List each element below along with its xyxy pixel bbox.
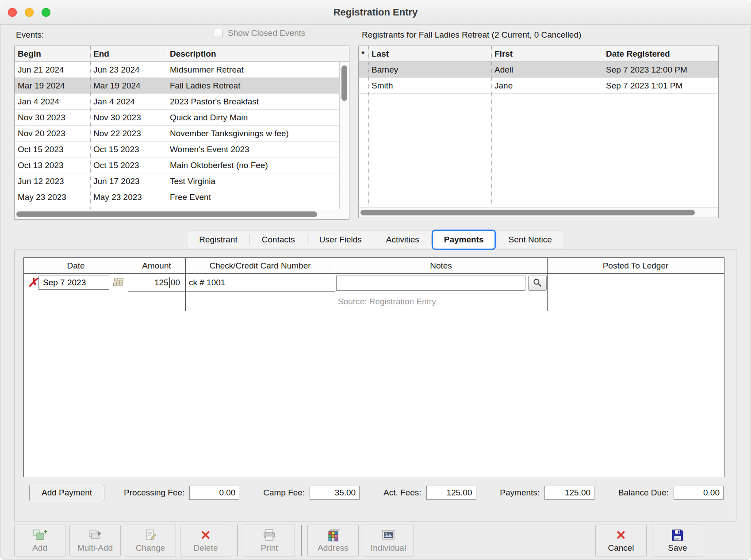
date-picker-icon[interactable] [112,277,125,290]
payments-column-header: Date [24,258,128,273]
minimize-window-button[interactable] [25,8,34,17]
text-cursor [169,277,170,288]
multi-add-icon [87,528,103,542]
event-row[interactable]: Mar 19 2024Mar 19 2024Fall Ladies Retrea… [15,78,339,94]
multi-add-button[interactable]: Multi-Add [69,525,121,556]
registrant-date-cell: Sep 7 2023 1:01 PM [603,78,718,93]
show-closed-events-label: Show Closed Events [228,28,305,38]
toolbar-button-label: Multi-Add [77,543,113,553]
tab-registrant[interactable]: Registrant [187,230,249,249]
payment-check-number[interactable]: ck # 1001 [189,276,225,290]
event-end-cell: Jun 17 2023 [90,173,167,189]
tab-payments[interactable]: Payments [432,230,496,250]
detail-tabs: RegistrantContactsUser FieldsActivitiesP… [187,230,564,249]
print-button[interactable]: Print [244,525,295,556]
events-horizontal-scrollbar[interactable] [15,209,349,219]
events-vertical-scrollbar[interactable] [339,62,349,209]
payments-column-header: Notes [335,258,547,273]
cancel-button[interactable]: ✕Cancel [595,525,647,556]
save-icon [671,528,685,542]
tab-sent-notice[interactable]: Sent Notice [497,230,564,249]
event-begin-cell: Oct 15 2023 [15,142,90,157]
event-description-cell: Free Event [167,189,339,205]
show-closed-events-checkbox[interactable] [214,29,223,38]
notes-search-button[interactable] [528,276,547,291]
events-column-header: End [90,46,167,61]
registration-entry-window: Registration Entry Events: Show Closed E… [0,0,751,560]
column-separator [128,258,128,311]
payment-notes-input[interactable] [336,276,525,291]
scrollbar-thumb[interactable] [341,65,347,101]
event-description-cell: Women's Event 2023 [167,142,339,157]
payment-date-input[interactable] [38,276,109,290]
toolbar-button-label: Save [668,543,687,553]
registrant-flag-cell [359,62,368,77]
event-end-cell: Oct 15 2023 [90,142,167,157]
tab-contacts[interactable]: Contacts [250,230,307,249]
payment-amount[interactable]: 125.00 [129,276,183,290]
registrant-first-cell: Adell [491,62,603,77]
summary-value: 125.00 [426,486,476,500]
events-table: BeginEndDescription Jun 21 2024Jun 23 20… [14,46,349,220]
add-button[interactable]: Add [14,525,65,556]
event-end-cell: Jun 23 2024 [90,62,167,77]
registrants-column-header: First [491,46,603,61]
event-row[interactable]: Jun 21 2024Jun 23 2024Midsummer Retreat [15,62,339,78]
magnifier-icon [533,278,542,289]
event-begin-cell: Jun 21 2024 [15,62,90,77]
summary-label: Balance Due: [618,488,669,498]
summary-value: 125.00 [544,486,594,500]
registrants-column-header: Last [368,46,491,61]
tab-activities[interactable]: Activities [374,230,431,249]
registrant-row[interactable]: SmithJaneSep 7 2023 1:01 PM [359,78,718,94]
event-row[interactable]: Oct 15 2023Oct 15 2023Women's Event 2023 [15,142,339,157]
titlebar: Registration Entry [0,0,751,25]
change-button[interactable]: Change [125,525,176,556]
tab-user-fields[interactable]: User Fields [307,230,374,249]
payment-source-label: Source: Registration Entry [338,295,436,308]
event-row[interactable]: Nov 20 2023Nov 22 2023November Tanksgivn… [15,126,339,142]
event-end-cell: May 23 2023 [90,189,167,205]
delete-button[interactable]: ✕Delete [180,525,231,556]
event-row[interactable]: May 23 2023May 23 2023Free Event [15,189,339,205]
address-icon [326,528,341,542]
column-separator [547,258,548,311]
event-row[interactable]: Jan 4 2024Jan 4 20242023 Pastor's Breakf… [15,94,339,110]
summary-item: Balance Due:0.00 [618,486,724,500]
event-row[interactable]: Oct 13 2023Oct 15 2023Main Oktoberfest (… [15,157,339,173]
address-button[interactable]: Address [307,525,359,556]
individual-button[interactable]: Individual [363,525,414,556]
delete-icon: ✕ [200,528,211,542]
registrants-table: *LastFirstDate Registered BarneyAdellSep… [358,46,719,218]
summary-label: Camp Fee: [263,488,305,498]
summary-label: Processing Fee: [124,488,184,498]
window-title: Registration Entry [0,0,751,25]
event-end-cell: Nov 22 2023 [90,126,167,141]
registrants-column-header: Date Registered [603,46,718,61]
registrants-horizontal-scrollbar[interactable] [359,207,718,218]
zoom-window-button[interactable] [42,8,50,17]
event-end-cell: Jan 4 2024 [90,94,167,109]
payment-row-separator [128,292,335,292]
payments-column-header: Amount [128,258,185,273]
events-column-header: Begin [15,46,90,61]
event-description-cell: Fall Ladies Retreat [167,78,339,93]
toolbar-button-label: Individual [371,543,406,553]
registrant-row[interactable]: BarneyAdellSep 7 2023 12:00 PM [359,62,718,78]
event-begin-cell: Oct 13 2023 [15,157,90,173]
registrants-table-body: BarneyAdellSep 7 2023 12:00 PMSmithJaneS… [359,62,718,207]
scrollbar-thumb[interactable] [16,211,317,217]
add-payment-button[interactable]: Add Payment [29,485,104,501]
bottom-toolbar: AddMulti-AddChange✕DeletePrintAddressInd… [14,525,703,556]
event-row[interactable]: Nov 30 2023Nov 30 2023Quick and Dirty Ma… [15,110,339,126]
event-row[interactable]: Jun 12 2023Jun 17 2023Test Virginia [15,173,339,189]
show-closed-events-control[interactable]: Show Closed Events [214,28,305,38]
payments-column-header: Posted To Ledger [547,258,724,273]
save-button[interactable]: Save [652,525,703,556]
delete-payment-icon[interactable]: ✗ [28,276,38,289]
scrollbar-thumb[interactable] [360,210,695,215]
payments-summary: Add Payment Processing Fee:0.00Camp Fee:… [29,484,724,501]
close-window-button[interactable] [8,8,17,17]
registrants-table-header: *LastFirstDate Registered [359,46,718,62]
payments-panel: DateAmountCheck/Credit Card NumberNotesP… [14,249,736,522]
